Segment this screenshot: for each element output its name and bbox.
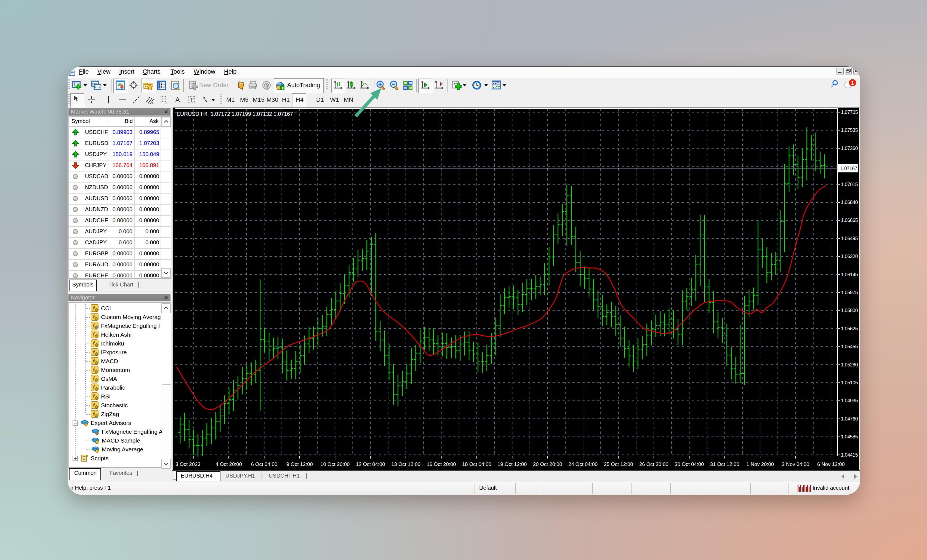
- svg-text:1.04760: 1.04760: [841, 416, 858, 422]
- svg-text:16 Oct 20:00: 16 Oct 20:00: [427, 461, 456, 467]
- svg-text:1.06665: 1.06665: [841, 217, 858, 223]
- svg-text:6 Nov 12:00: 6 Nov 12:00: [817, 461, 845, 467]
- svg-text:1.07535: 1.07535: [841, 127, 858, 133]
- svg-text:1.06495: 1.06495: [841, 236, 858, 241]
- svg-text:1.06840: 1.06840: [841, 200, 858, 205]
- svg-text:T: T: [190, 97, 194, 103]
- svg-text:1.07705: 1.07705: [841, 109, 858, 115]
- svg-text:31 Oct 12:00: 31 Oct 12:00: [710, 461, 739, 467]
- svg-text:EURUSD,H4 1.07172 1.07199 1.0: EURUSD,H4 1.07172 1.07199 1.07132 1.0716…: [176, 111, 293, 117]
- svg-text:1.05105: 1.05105: [841, 380, 858, 385]
- svg-text:1 Nov 20:00: 1 Nov 20:00: [746, 461, 774, 467]
- svg-text:1.06320: 1.06320: [841, 253, 858, 259]
- svg-text:20 Oct 20:00: 20 Oct 20:00: [533, 461, 562, 467]
- svg-text:6 Oct 04:00: 6 Oct 04:00: [251, 461, 278, 467]
- svg-text:F: F: [166, 101, 168, 105]
- svg-text:19 Oct 12:00: 19 Oct 12:00: [497, 461, 527, 467]
- svg-text:18 Oct 04:00: 18 Oct 04:00: [462, 461, 491, 467]
- svg-text:1.05975: 1.05975: [841, 290, 858, 295]
- svg-text:10 Oct 20:00: 10 Oct 20:00: [320, 461, 350, 467]
- svg-text:1.06145: 1.06145: [841, 272, 858, 278]
- svg-text:1.04585: 1.04585: [841, 434, 858, 440]
- svg-text:1.04415: 1.04415: [841, 452, 858, 458]
- svg-text:3 Oct 2023: 3 Oct 2023: [175, 461, 201, 467]
- svg-text:24 Oct 04:00: 24 Oct 04:00: [568, 461, 597, 467]
- svg-text:3 Nov 04:00: 3 Nov 04:00: [782, 461, 810, 467]
- svg-text:1.07360: 1.07360: [841, 146, 858, 151]
- svg-text:12 Oct 04:00: 12 Oct 04:00: [356, 461, 385, 467]
- svg-text:13 Oct 12:00: 13 Oct 12:00: [391, 461, 421, 467]
- svg-text:26 Oct 20:00: 26 Oct 20:00: [639, 461, 669, 467]
- svg-text:1.05800: 1.05800: [841, 308, 858, 313]
- svg-text:25 Oct 12:00: 25 Oct 12:00: [604, 461, 633, 467]
- svg-text:1.05455: 1.05455: [841, 344, 858, 349]
- svg-text:1: 1: [851, 80, 854, 86]
- svg-text:1.05280: 1.05280: [841, 362, 858, 367]
- svg-text:1.07015: 1.07015: [841, 182, 858, 187]
- svg-text:E: E: [152, 101, 154, 105]
- svg-text:A: A: [175, 96, 180, 104]
- svg-text:1.07167: 1.07167: [840, 166, 857, 171]
- svg-text:30 Oct 04:00: 30 Oct 04:00: [675, 461, 704, 467]
- svg-text:4 Oct 20:00: 4 Oct 20:00: [216, 461, 242, 467]
- svg-text:1.04935: 1.04935: [841, 398, 858, 404]
- svg-text:1.05625: 1.05625: [841, 326, 858, 331]
- svg-text:9 Oct 12:00: 9 Oct 12:00: [286, 461, 313, 467]
